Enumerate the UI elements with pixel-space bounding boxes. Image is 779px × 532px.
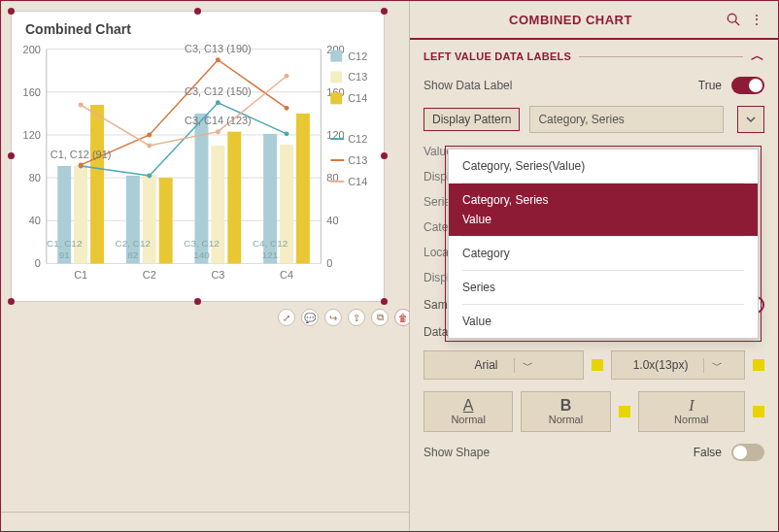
- font-size-value: 1.0x(13px): [633, 358, 689, 372]
- chevron-up-icon[interactable]: ︿: [751, 48, 764, 65]
- svg-rect-22: [90, 105, 104, 263]
- panel-header: COMBINED CHART ⋮: [410, 1, 778, 40]
- dropdown-option[interactable]: Value: [449, 305, 758, 338]
- color-swatch[interactable]: [753, 359, 764, 371]
- svg-point-49: [147, 132, 152, 137]
- svg-text:C14: C14: [348, 176, 367, 187]
- footer-divider: [1, 512, 409, 531]
- copy-button[interactable]: ⧉: [371, 309, 389, 326]
- svg-text:C1, C12 (91): C1, C12 (91): [51, 149, 112, 160]
- svg-text:140: 140: [193, 249, 210, 260]
- svg-text:80: 80: [29, 172, 41, 183]
- svg-text:C3, C12 (150): C3, C12 (150): [185, 85, 252, 97]
- row-font-controls: Arial ﹀ 1.0x(13px) ﹀: [410, 345, 778, 385]
- dropdown-option[interactable]: Series: [449, 271, 758, 304]
- font-family-select[interactable]: Arial ﹀: [423, 350, 584, 380]
- svg-point-47: [285, 131, 289, 136]
- svg-rect-21: [74, 165, 87, 264]
- color-swatch[interactable]: [592, 359, 603, 371]
- italic-button[interactable]: I Normal: [638, 391, 745, 432]
- value: False: [694, 446, 722, 459]
- caption: Normal: [674, 414, 708, 425]
- svg-point-48: [79, 162, 84, 167]
- row-display-pattern: Display Pattern Category, Series: [410, 100, 778, 139]
- label: Show Data Label: [423, 79, 689, 92]
- color-swatch[interactable]: [753, 406, 764, 417]
- svg-rect-60: [330, 50, 342, 62]
- svg-rect-40: [296, 114, 310, 264]
- letter-i-icon: I: [689, 398, 694, 414]
- font-size-select[interactable]: 1.0x(13px) ﹀: [611, 350, 745, 380]
- svg-point-52: [79, 103, 84, 108]
- svg-point-72: [728, 14, 736, 22]
- svg-point-46: [216, 100, 220, 105]
- export-button[interactable]: ⇪: [348, 309, 365, 326]
- caption: Normal: [451, 414, 485, 425]
- svg-text:C1: C1: [74, 269, 87, 281]
- section-header[interactable]: LEFT VALUE DATA LABELS ︿: [410, 40, 778, 71]
- svg-text:C2: C2: [143, 269, 156, 281]
- resize-handle[interactable]: [194, 298, 201, 305]
- font-family-value: Arial: [475, 358, 498, 372]
- expand-button[interactable]: ⤢: [278, 309, 295, 326]
- svg-text:40: 40: [29, 215, 41, 226]
- section-title: LEFT VALUE DATA LABELS: [423, 50, 571, 62]
- svg-text:120: 120: [23, 129, 41, 141]
- chevron-down-icon: [746, 115, 756, 124]
- resize-handle[interactable]: [8, 8, 15, 15]
- value: True: [698, 79, 722, 92]
- chart-title: Combined Chart: [12, 12, 384, 41]
- svg-text:C14: C14: [348, 92, 367, 104]
- row-show-data-label: Show Data Label True: [410, 71, 778, 100]
- svg-text:C13: C13: [348, 71, 367, 83]
- svg-text:82: 82: [127, 249, 139, 260]
- resize-handle[interactable]: [381, 298, 388, 305]
- svg-text:40: 40: [326, 215, 338, 226]
- search-icon[interactable]: [726, 12, 741, 27]
- resize-handle[interactable]: [8, 298, 15, 305]
- select-value: Category, Series: [538, 113, 624, 126]
- dropdown-option[interactable]: Category, SeriesValue: [449, 183, 758, 236]
- resize-handle[interactable]: [194, 8, 201, 15]
- svg-rect-28: [159, 178, 173, 263]
- dropdown-option[interactable]: Category: [449, 237, 758, 270]
- comment-button[interactable]: 💬: [301, 309, 319, 326]
- toggle-show-shape[interactable]: [731, 444, 764, 461]
- more-icon[interactable]: ⋮: [749, 12, 764, 27]
- svg-point-45: [147, 173, 152, 178]
- svg-text:C13: C13: [348, 154, 367, 166]
- svg-text:C3, C14 (123): C3, C14 (123): [185, 115, 252, 126]
- svg-text:0: 0: [326, 257, 332, 269]
- share-button[interactable]: ↪: [324, 309, 342, 326]
- svg-text:200: 200: [23, 44, 41, 55]
- dropdown-option[interactable]: Category, Series(Value): [449, 150, 758, 183]
- bold-button[interactable]: B Normal: [521, 391, 610, 432]
- svg-text:0: 0: [35, 257, 41, 269]
- svg-text:C3, C13 (190): C3, C13 (190): [185, 43, 252, 54]
- svg-line-73: [735, 21, 739, 25]
- underline-button[interactable]: A Normal: [423, 391, 513, 432]
- resize-handle[interactable]: [381, 8, 388, 15]
- svg-rect-62: [330, 72, 342, 83]
- svg-point-50: [216, 57, 220, 62]
- svg-text:C3: C3: [211, 269, 224, 281]
- svg-point-53: [147, 144, 152, 149]
- chevron-down-icon: ﹀: [514, 358, 533, 373]
- toggle-show-data-label[interactable]: [731, 77, 764, 94]
- panel-title: COMBINED CHART: [423, 13, 718, 27]
- select-display-pattern[interactable]: Category, Series: [529, 106, 724, 133]
- letter-b-icon: B: [560, 398, 572, 414]
- row-show-shape: Show Shape False: [410, 438, 778, 467]
- svg-rect-64: [330, 92, 342, 104]
- color-swatch[interactable]: [619, 406, 630, 417]
- chart-card[interactable]: Combined Chart 0040408080120120160160200…: [11, 11, 385, 302]
- divider: [579, 56, 742, 57]
- svg-text:C3, C12: C3, C12: [184, 238, 220, 249]
- svg-text:C2, C12: C2, C12: [116, 238, 152, 249]
- svg-rect-34: [227, 132, 241, 264]
- svg-point-51: [285, 106, 289, 111]
- dropdown-toggle[interactable]: [737, 106, 764, 133]
- chart-body: 0040408080120120160160200200C1, C1291C1C…: [12, 41, 384, 293]
- display-pattern-dropdown[interactable]: Category, Series(Value)Category, SeriesV…: [448, 149, 759, 339]
- svg-text:C1, C12: C1, C12: [47, 238, 83, 249]
